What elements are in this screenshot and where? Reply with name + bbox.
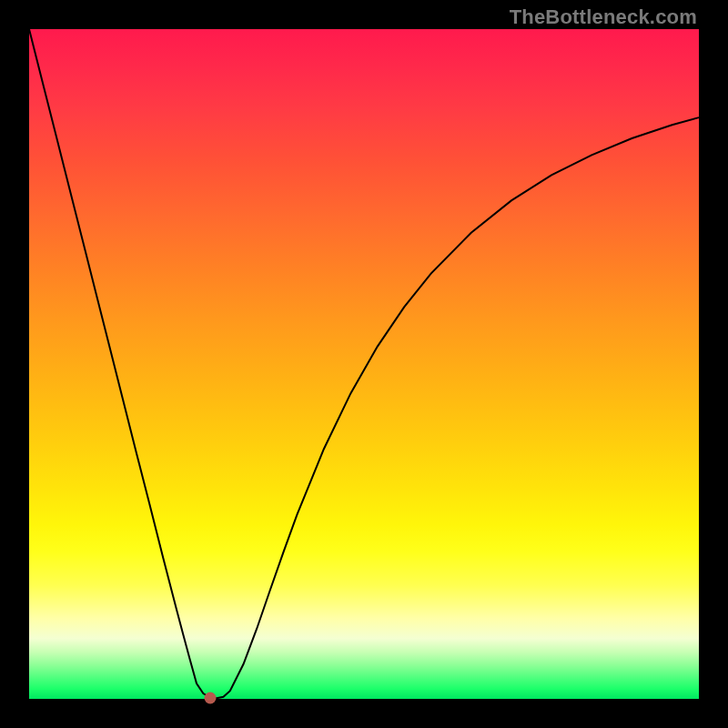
plot-area — [29, 29, 699, 699]
bottleneck-curve — [29, 29, 699, 699]
watermark-text: TheBottleneck.com — [510, 5, 697, 29]
chart-frame: TheBottleneck.com — [0, 0, 728, 728]
optimal-point-marker — [204, 693, 216, 704]
